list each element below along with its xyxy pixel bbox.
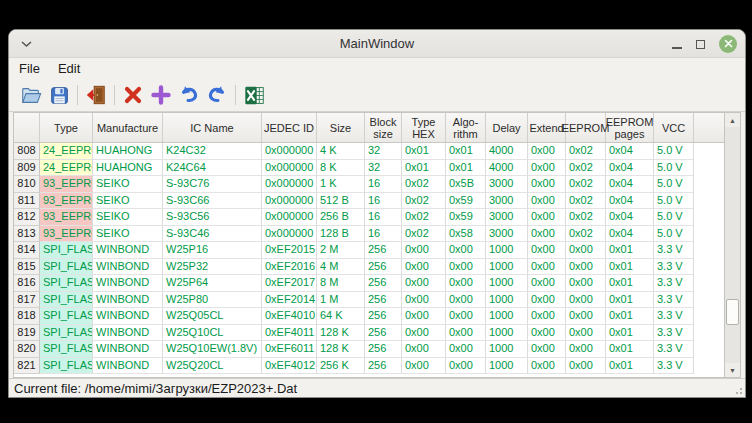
cell-jedec-id: 0x000000 bbox=[262, 193, 317, 210]
cell-block-size: 256 bbox=[365, 259, 402, 276]
save-file-button[interactable] bbox=[46, 82, 72, 108]
cell-jedec-id: 0x000000 bbox=[262, 226, 317, 243]
cell-ic-name: K24C64 bbox=[163, 160, 262, 177]
cell-algorithm: 0x00 bbox=[446, 308, 486, 325]
cell-num: 814 bbox=[14, 242, 40, 259]
cell-extend: 0x00 bbox=[528, 176, 566, 193]
titlebar[interactable]: MainWindow bbox=[9, 30, 745, 58]
table-row[interactable]: 81393_EEPROMSEIKOS-93C460x000000128 B160… bbox=[14, 226, 740, 243]
table-row[interactable]: 81293_EEPROMSEIKOS-93C560x000000256 B160… bbox=[14, 209, 740, 226]
cell-block-size: 256 bbox=[365, 308, 402, 325]
cell-eeprom: 0x02 bbox=[566, 160, 606, 177]
cell-num: 819 bbox=[14, 325, 40, 342]
cell-type-hex: 0x00 bbox=[402, 325, 446, 342]
scrollbar-thumb[interactable] bbox=[726, 299, 739, 325]
open-file-button[interactable] bbox=[18, 82, 44, 108]
cell-delay: 1000 bbox=[486, 325, 528, 342]
cell-extend: 0x00 bbox=[528, 160, 566, 177]
cell-eeprom: 0x00 bbox=[566, 292, 606, 309]
cell-algorithm: 0x00 bbox=[446, 292, 486, 309]
table-row[interactable]: 81093_EEPROMSEIKOS-93C760x0000001 K160x0… bbox=[14, 176, 740, 193]
column-header[interactable]: Type HEX bbox=[402, 113, 446, 142]
cell-block-size: 256 bbox=[365, 275, 402, 292]
save-floppy-icon bbox=[49, 85, 70, 106]
table-row[interactable]: 821SPI_FLASHWINBONDW25Q20CL0xEF4012256 K… bbox=[14, 358, 740, 375]
cell-vcc: 3.3 V bbox=[654, 341, 694, 358]
scroll-up-button[interactable]: ▲ bbox=[725, 113, 740, 127]
table-row[interactable]: 820SPI_FLASHWINBONDW25Q10EW(1.8V)0xEF601… bbox=[14, 341, 740, 358]
cell-size: 8 K bbox=[317, 160, 365, 177]
cell-manufacture: HUAHONG bbox=[93, 143, 163, 160]
cell-eeprom-pages: 0x01 bbox=[606, 242, 654, 259]
add-row-button[interactable] bbox=[148, 82, 174, 108]
cell-delay: 3000 bbox=[486, 226, 528, 243]
cell-vcc: 3.3 V bbox=[654, 308, 694, 325]
cell-eeprom: 0x02 bbox=[566, 226, 606, 243]
table-row[interactable]: 818SPI_FLASHWINBONDW25Q05CL0xEF401064 K2… bbox=[14, 308, 740, 325]
menu-edit[interactable]: Edit bbox=[58, 61, 80, 76]
cell-jedec-id: 0x000000 bbox=[262, 143, 317, 160]
redo-button[interactable] bbox=[204, 82, 230, 108]
cell-delay: 1000 bbox=[486, 275, 528, 292]
delete-row-button[interactable] bbox=[120, 82, 146, 108]
column-header[interactable]: Extend bbox=[528, 113, 566, 142]
maximize-button[interactable] bbox=[696, 35, 705, 53]
close-button[interactable] bbox=[719, 35, 737, 53]
column-header[interactable] bbox=[14, 113, 40, 142]
cell-extend: 0x00 bbox=[528, 341, 566, 358]
minimize-button[interactable] bbox=[672, 35, 682, 53]
scrollbar-track[interactable] bbox=[725, 127, 740, 363]
window-menu-chevron-icon[interactable] bbox=[21, 40, 32, 48]
cell-block-size: 16 bbox=[365, 176, 402, 193]
delete-x-icon bbox=[123, 85, 143, 105]
cell-block-size: 16 bbox=[365, 193, 402, 210]
column-header[interactable]: Type bbox=[40, 113, 93, 142]
cell-jedec-id: 0xEF2015 bbox=[262, 242, 317, 259]
table-row[interactable]: 815SPI_FLASHWINBONDW25P320xEF20164 M2560… bbox=[14, 259, 740, 276]
table-row[interactable]: 80824_EEPROMHUAHONGK24C320x0000004 K320x… bbox=[14, 143, 740, 160]
scroll-down-button[interactable]: ▼ bbox=[725, 363, 740, 377]
cell-type-hex: 0x02 bbox=[402, 226, 446, 243]
column-header[interactable]: Size bbox=[317, 113, 365, 142]
menu-file[interactable]: File bbox=[19, 61, 40, 76]
cell-type-hex: 0x00 bbox=[402, 242, 446, 259]
column-header[interactable]: VCC bbox=[654, 113, 694, 142]
column-header[interactable]: Block size bbox=[365, 113, 402, 142]
cell-eeprom: 0x00 bbox=[566, 325, 606, 342]
cell-extend: 0x00 bbox=[528, 143, 566, 160]
resize-grip[interactable] bbox=[733, 385, 743, 395]
table-row[interactable]: 819SPI_FLASHWINBONDW25Q10CL0xEF4011128 K… bbox=[14, 325, 740, 342]
table-row[interactable]: 81193_EEPROMSEIKOS-93C660x000000512 B160… bbox=[14, 193, 740, 210]
cell-delay: 1000 bbox=[486, 308, 528, 325]
column-header[interactable]: Algo- rithm bbox=[446, 113, 486, 142]
cell-algorithm: 0x00 bbox=[446, 358, 486, 375]
undo-button[interactable] bbox=[176, 82, 202, 108]
cell-ic-name: S-93C66 bbox=[163, 193, 262, 210]
add-plus-icon bbox=[151, 85, 171, 105]
column-header[interactable]: Manufacture bbox=[93, 113, 163, 142]
table-row[interactable]: 816SPI_FLASHWINBONDW25P640xEF20178 M2560… bbox=[14, 275, 740, 292]
cell-type-hex: 0x00 bbox=[402, 259, 446, 276]
table-row[interactable]: 817SPI_FLASHWINBONDW25P800xEF20141 M2560… bbox=[14, 292, 740, 309]
table-row[interactable]: 80924_EEPROMHUAHONGK24C640x0000008 K320x… bbox=[14, 160, 740, 177]
vertical-scrollbar[interactable]: ▲ ▼ bbox=[724, 113, 740, 377]
cell-ic-name: K24C32 bbox=[163, 143, 262, 160]
column-header[interactable]: EEPROM pages bbox=[606, 113, 654, 142]
cell-type-hex: 0x02 bbox=[402, 193, 446, 210]
table-row[interactable]: 814SPI_FLASHWINBONDW25P160xEF20152 M2560… bbox=[14, 242, 740, 259]
undo-arrow-icon bbox=[178, 84, 200, 106]
column-header[interactable]: Delay bbox=[486, 113, 528, 142]
exit-button[interactable] bbox=[83, 82, 109, 108]
cell-vcc: 3.3 V bbox=[654, 292, 694, 309]
column-header[interactable]: JEDEC ID bbox=[262, 113, 317, 142]
cell-eeprom-pages: 0x04 bbox=[606, 160, 654, 177]
cell-delay: 1000 bbox=[486, 292, 528, 309]
cell-block-size: 256 bbox=[365, 341, 402, 358]
cell-type-hex: 0x00 bbox=[402, 308, 446, 325]
cell-vcc: 5.0 V bbox=[654, 226, 694, 243]
export-excel-button[interactable] bbox=[241, 82, 267, 108]
column-header[interactable]: IC Name bbox=[163, 113, 262, 142]
cell-ic-name: W25P64 bbox=[163, 275, 262, 292]
column-header[interactable]: EEPROM bbox=[566, 113, 606, 142]
cell-extend: 0x00 bbox=[528, 325, 566, 342]
